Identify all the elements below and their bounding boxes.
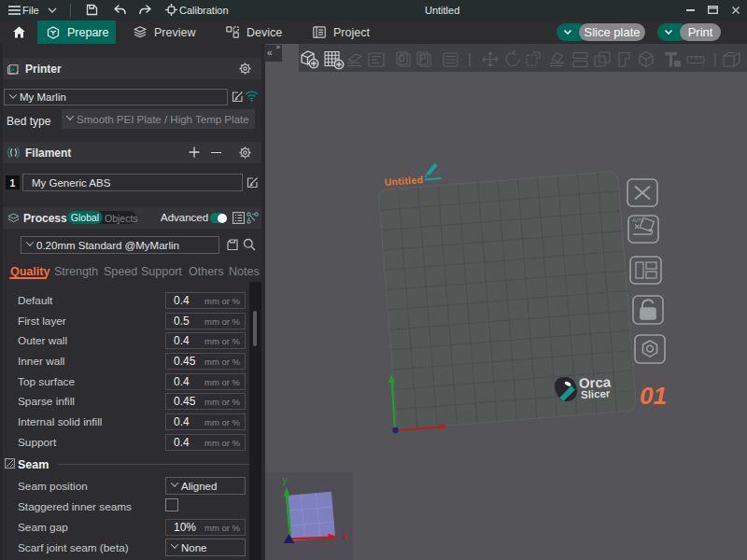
svg-text:Untitled: Untitled	[384, 174, 423, 188]
svg-text:y: y	[283, 475, 288, 485]
svg-text:x: x	[343, 531, 347, 541]
svg-text:AUTO: AUTO	[632, 218, 644, 223]
svg-text:Slicer: Slicer	[581, 387, 611, 400]
